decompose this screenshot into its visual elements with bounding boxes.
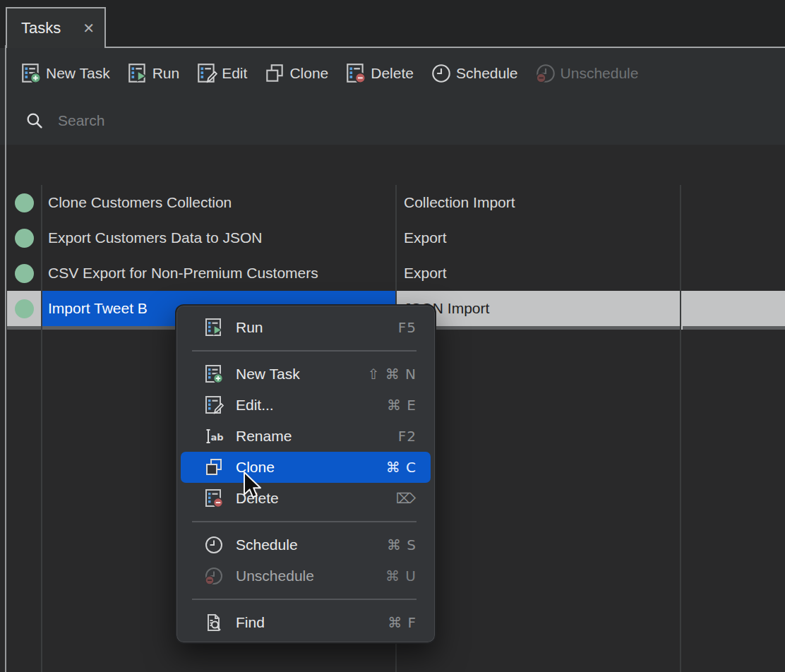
status-cell — [7, 185, 41, 220]
menu-item-rename[interactable]: ab Rename F2 — [176, 421, 435, 452]
menu-separator — [192, 599, 417, 600]
edit-icon — [196, 62, 218, 85]
tasks-window: Tasks ✕ New Task Run — [0, 0, 785, 672]
context-menu: Run F5 New Task ⇧ ⌘ N Edit... ⌘ E — [175, 304, 436, 644]
menu-item-schedule[interactable]: Schedule ⌘ S — [176, 529, 435, 560]
menu-item-new-task[interactable]: New Task ⇧ ⌘ N — [176, 359, 435, 390]
rename-icon: ab — [203, 426, 224, 447]
task-name-cell: Export Customers Data to JSON — [41, 220, 397, 256]
task-type-cell: Collection Import — [397, 185, 681, 220]
toolbar-label: Schedule — [456, 65, 518, 82]
toolbar-label: Clone — [289, 65, 328, 82]
menu-item-shortcut: ⌦ — [396, 490, 417, 507]
mouse-cursor — [241, 470, 262, 501]
task-name-cell: CSV Export for Non-Premium Customers — [41, 256, 397, 291]
schedule-cell — [681, 220, 785, 256]
run-icon — [126, 62, 149, 85]
delete-icon — [344, 62, 367, 85]
menu-item-run[interactable]: Run F5 — [176, 312, 435, 343]
svg-text:ab: ab — [211, 432, 224, 443]
toolbar: New Task Run Edit Cl — [0, 48, 785, 99]
find-icon — [203, 612, 224, 633]
toolbar-label: Unschedule — [561, 65, 639, 82]
menu-item-shortcut: ⌘ E — [387, 397, 417, 414]
clone-button[interactable]: Clone — [263, 62, 328, 85]
menu-item-label: Unschedule — [236, 568, 314, 584]
window-left-edge — [5, 45, 6, 672]
menu-item-find[interactable]: Find ⌘ F — [176, 607, 435, 638]
toolbar-label: New Task — [46, 65, 110, 82]
clone-icon — [203, 457, 224, 478]
run-task-icon — [203, 317, 224, 338]
delete-button[interactable]: Delete — [344, 62, 414, 85]
task-type-cell: Export — [397, 256, 681, 291]
task-name-cell: Clone Customers Collection — [41, 185, 397, 220]
new-task-icon — [203, 364, 224, 385]
menu-item-label: Find — [236, 614, 265, 631]
menu-item-label: Edit... — [236, 397, 274, 414]
close-icon[interactable]: ✕ — [83, 20, 95, 37]
search-bar — [0, 99, 785, 143]
menu-item-label: Run — [236, 319, 263, 336]
task-type-cell: Export — [397, 220, 681, 256]
search-input[interactable] — [56, 112, 342, 130]
column-divider — [41, 185, 42, 672]
menu-item-shortcut: ⇧ ⌘ N — [368, 366, 417, 383]
schedule-cell — [681, 185, 785, 220]
toolbar-label: Run — [152, 65, 180, 82]
schedule-button[interactable]: Schedule — [430, 62, 518, 85]
status-dot-icon — [15, 193, 34, 212]
schedule-icon — [430, 62, 453, 85]
menu-separator — [192, 521, 417, 522]
menu-item-label: Schedule — [236, 536, 298, 553]
new-task-button[interactable]: New Task — [20, 62, 110, 85]
schedule-icon — [203, 534, 224, 556]
menu-item-label: New Task — [236, 366, 300, 383]
menu-separator — [192, 350, 417, 352]
menu-item-label: Rename — [236, 428, 292, 445]
menu-item-shortcut: ⌘ U — [385, 568, 417, 584]
status-cell — [7, 220, 41, 256]
edit-task-icon — [203, 395, 224, 416]
status-dot-icon — [15, 264, 34, 283]
menu-item-shortcut: F5 — [398, 319, 417, 336]
menu-item-clone[interactable]: Clone ⌘ C — [181, 452, 431, 483]
edit-button[interactable]: Edit — [196, 62, 247, 85]
schedule-cell — [681, 256, 785, 291]
column-divider — [680, 185, 681, 672]
unschedule-icon — [203, 565, 224, 587]
tab-tasks[interactable]: Tasks ✕ — [6, 7, 106, 48]
status-dot-icon — [15, 299, 34, 318]
menu-item-shortcut: ⌘ C — [386, 459, 417, 476]
menu-item-shortcut: F2 — [398, 428, 417, 445]
search-icon — [25, 112, 44, 131]
status-cell — [7, 256, 41, 291]
menu-item-delete[interactable]: Delete ⌦ — [176, 483, 435, 514]
run-button[interactable]: Run — [126, 62, 180, 85]
unschedule-icon — [534, 62, 557, 85]
menu-item-edit[interactable]: Edit... ⌘ E — [176, 390, 435, 421]
status-cell — [7, 291, 41, 326]
menu-item-shortcut: ⌘ S — [387, 536, 417, 553]
status-dot-icon — [15, 229, 34, 248]
new-task-icon — [20, 62, 42, 85]
delete-task-icon — [203, 488, 224, 509]
schedule-cell — [681, 291, 785, 326]
toolbar-label: Edit — [222, 65, 247, 82]
task-type-cell: JSON Import — [397, 291, 681, 326]
clone-icon — [263, 62, 286, 85]
menu-item-shortcut: ⌘ F — [388, 614, 417, 631]
toolbar-label: Delete — [371, 65, 414, 82]
unschedule-button[interactable]: Unschedule — [534, 62, 639, 85]
menu-item-unschedule[interactable]: Unschedule ⌘ U — [176, 560, 435, 592]
tab-title: Tasks — [21, 19, 61, 37]
tab-bar: Tasks ✕ — [0, 0, 785, 48]
